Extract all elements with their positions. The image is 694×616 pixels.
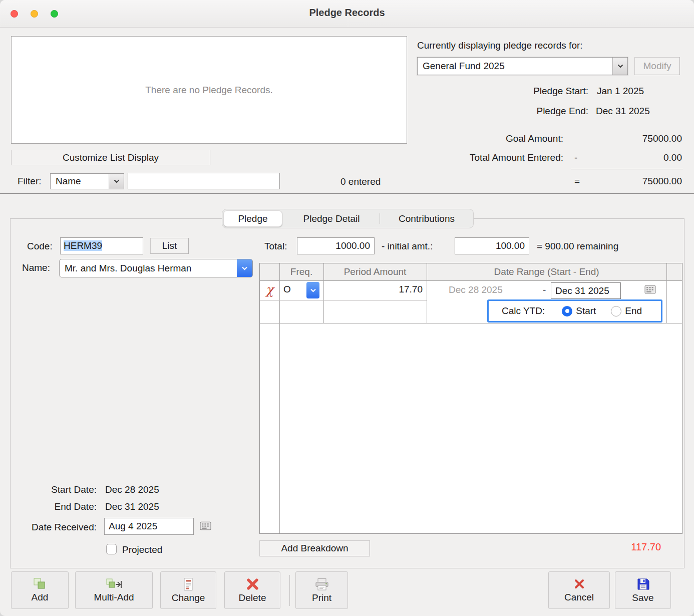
initial-amount-label: - initial amt.: — [382, 241, 433, 252]
fund-dropdown-value: General Fund 2025 — [418, 61, 612, 72]
list-button-label: List — [162, 240, 177, 251]
change-label: Change — [172, 592, 205, 603]
list-button[interactable]: List — [150, 238, 189, 254]
start-date-label: Start Date: — [10, 484, 97, 495]
calendar-icon[interactable] — [200, 521, 211, 533]
pledge-end-label: Pledge End: — [451, 106, 588, 117]
change-button[interactable]: Change — [160, 571, 216, 609]
header-freq: Freq. — [279, 266, 323, 277]
filter-search-input[interactable] — [128, 173, 280, 189]
cancel-icon — [573, 577, 586, 590]
toolbar-divider — [289, 575, 290, 606]
tab-contributions[interactable]: Contributions — [380, 209, 473, 228]
pledge-end-value: Dec 31 2025 — [596, 106, 650, 117]
start-date-value: Dec 28 2025 — [105, 484, 159, 495]
add-breakdown-label: Add Breakdown — [281, 543, 348, 554]
total-input[interactable] — [297, 237, 375, 254]
add-icon — [33, 577, 48, 590]
chevron-down-icon — [612, 58, 627, 75]
goal-amount-value: 75000.00 — [576, 133, 682, 144]
multi-add-icon — [106, 577, 123, 590]
date-column-line — [666, 263, 667, 323]
calendar-icon[interactable] — [644, 285, 656, 296]
cancel-button[interactable]: Cancel — [548, 571, 610, 609]
name-dropdown-value: Mr. and Mrs. Douglas Herman — [60, 263, 237, 274]
remaining-text: = 900.00 remaining — [537, 241, 618, 252]
tab-pledge-detail[interactable]: Pledge Detail — [283, 209, 380, 228]
total-entered-label: Total Amount Entered: — [426, 152, 563, 163]
section-divider — [0, 193, 694, 194]
tab-pledge[interactable]: Pledge — [223, 210, 282, 227]
empty-list-text: There are no Pledge Records. — [145, 85, 273, 96]
modify-button[interactable]: Modify — [634, 57, 680, 75]
calc-ytd-start-radio[interactable] — [562, 306, 572, 317]
calc-ytd-end-radio[interactable] — [611, 306, 621, 317]
date-received-label: Date Received: — [10, 522, 97, 533]
chevron-down-icon — [310, 288, 316, 292]
date-end-input[interactable]: Dec 31 2025 — [551, 282, 621, 299]
filter-field-value: Name — [51, 176, 109, 187]
displaying-for-heading: Currently displaying pledge records for: — [417, 40, 583, 51]
delete-button[interactable]: Delete — [224, 571, 280, 609]
print-label: Print — [312, 592, 331, 603]
fund-dropdown[interactable]: General Fund 2025 — [417, 57, 628, 75]
tab-contributions-label: Contributions — [399, 213, 455, 224]
name-label: Name: — [22, 262, 50, 273]
pledge-records-window: Pledge Records There are no Pledge Recor… — [0, 0, 694, 616]
code-label: Code: — [27, 241, 53, 252]
delete-row-icon[interactable]: χ — [260, 282, 279, 297]
multi-add-button[interactable]: Multi-Add — [75, 571, 153, 609]
pledge-start-value: Jan 1 2025 — [597, 86, 644, 97]
date-start-value: Dec 28 2025 — [449, 284, 503, 295]
gutter-column-line — [279, 263, 280, 533]
change-icon — [182, 577, 194, 591]
tab-pledge-detail-label: Pledge Detail — [303, 213, 360, 224]
calc-ytd-end-label: End — [625, 305, 642, 317]
save-label: Save — [632, 592, 653, 603]
pledge-tabbar: Pledge Pledge Detail Contributions — [222, 209, 474, 228]
modify-label: Modify — [643, 61, 671, 72]
titlebar: Pledge Records — [0, 0, 694, 28]
window-title: Pledge Records — [0, 7, 694, 19]
save-button[interactable]: Save — [615, 571, 671, 609]
print-icon — [314, 577, 329, 591]
tab-pledge-label: Pledge — [238, 213, 267, 224]
freq-dropdown-button[interactable] — [306, 282, 319, 298]
print-button[interactable]: Print — [295, 571, 348, 609]
code-input[interactable]: HERM39 — [60, 237, 143, 254]
header-date-range: Date Range (Start - End) — [427, 266, 666, 277]
period-amount-cell[interactable]: 17.70 — [323, 284, 423, 295]
calc-ytd-start-label: Start — [576, 305, 596, 317]
add-breakdown-button[interactable]: Add Breakdown — [259, 540, 370, 556]
goal-amount-label: Goal Amount: — [426, 133, 563, 144]
chevron-down-icon — [109, 174, 124, 189]
add-button[interactable]: Add — [11, 571, 69, 609]
filter-field-dropdown[interactable]: Name — [50, 173, 124, 189]
delete-label: Delete — [239, 592, 266, 603]
pledge-start-label: Pledge Start: — [451, 86, 588, 97]
total-entered-value: 0.00 — [576, 152, 682, 163]
freq-cell-value: O — [283, 284, 291, 295]
code-value: HERM39 — [64, 240, 102, 251]
entered-count: 0 entered — [340, 176, 381, 187]
delete-icon — [246, 577, 259, 591]
end-date-label: End Date: — [10, 501, 97, 512]
initial-amount-input[interactable] — [455, 237, 529, 254]
sum-divider — [571, 169, 683, 169]
add-label: Add — [32, 592, 49, 603]
multi-add-label: Multi-Add — [94, 592, 134, 603]
chevron-down-icon — [237, 259, 252, 277]
projected-checkbox[interactable] — [106, 544, 117, 554]
period-column-line — [427, 263, 427, 323]
name-dropdown[interactable]: Mr. and Mrs. Douglas Herman — [59, 259, 253, 277]
customize-list-display-button[interactable]: Customize List Display — [11, 150, 210, 165]
end-date-value: Dec 31 2025 — [105, 501, 159, 512]
date-received-input[interactable] — [104, 518, 194, 535]
calc-ytd-popup: Calc YTD: Start End — [487, 299, 662, 323]
date-end-value: Dec 31 2025 — [555, 285, 609, 296]
pledge-records-list[interactable]: There are no Pledge Records. — [11, 36, 407, 144]
date-range-separator: - — [543, 284, 546, 295]
calc-ytd-label: Calc YTD: — [502, 305, 545, 317]
net-goal-value: 75000.00 — [576, 176, 682, 187]
breakdown-total-value: 117.70 — [571, 541, 661, 553]
